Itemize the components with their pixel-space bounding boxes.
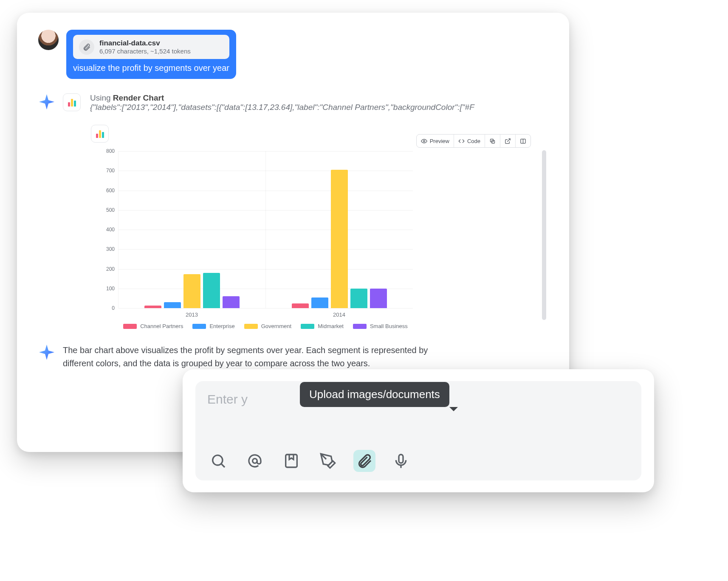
chart-x-axis: 20132014 <box>118 308 413 318</box>
attachment-meta: 6,097 characters, ~1,524 tokens <box>99 48 191 55</box>
assistant-star-icon <box>38 93 55 110</box>
chart-scrollbar[interactable] <box>542 150 546 320</box>
svg-line-7 <box>222 464 225 468</box>
paperclip-icon <box>79 39 94 55</box>
chart-bar <box>183 274 200 308</box>
chart-toolbar: Preview Code <box>416 134 531 148</box>
user-message-row: financial-data.csv 6,097 characters, ~1,… <box>38 30 548 79</box>
mention-button[interactable] <box>244 450 266 472</box>
legend-label: Enterprise <box>209 323 234 329</box>
legend-label: Midmarket <box>318 323 344 329</box>
tool-name: Render Chart <box>113 93 164 102</box>
legend-swatch <box>123 324 137 329</box>
legend-swatch <box>353 324 367 329</box>
svg-rect-10 <box>399 455 403 463</box>
input-toolbar <box>207 450 629 472</box>
user-avatar <box>38 30 59 50</box>
chart-bar <box>164 302 181 308</box>
message-input-surface[interactable]: Enter y Upload images/documents <box>195 381 641 480</box>
chart-bar <box>203 273 220 308</box>
split-view-button[interactable] <box>516 135 530 147</box>
code-label: Code <box>467 138 480 144</box>
user-message-text: visualize the profit by segments over ye… <box>73 63 229 73</box>
chart-bar <box>370 289 387 308</box>
microphone-button[interactable] <box>390 450 412 472</box>
copy-button[interactable] <box>485 135 500 147</box>
open-external-button[interactable] <box>500 135 516 147</box>
chart-y-axis: 8007006005004003002001000 <box>99 151 118 308</box>
assistant-star-icon <box>38 344 55 361</box>
svg-point-0 <box>423 140 425 142</box>
chart-bar <box>223 296 240 308</box>
legend-swatch <box>301 324 314 329</box>
legend-label: Small Business <box>370 323 408 329</box>
legend-swatch <box>244 324 258 329</box>
attachment-filename: financial-data.csv <box>99 39 191 48</box>
chart-bar <box>292 303 309 308</box>
chart-area: 8007006005004003002001000 20132014 Chann… <box>99 151 413 329</box>
chart-bar <box>350 289 367 308</box>
svg-line-3 <box>507 138 510 141</box>
upload-attachment-button[interactable] <box>353 450 375 472</box>
user-bubble: financial-data.csv 6,097 characters, ~1,… <box>66 30 236 79</box>
chart-plot-zone <box>118 151 413 308</box>
assistant-response-row: The bar chart above visualizes the profi… <box>38 344 548 370</box>
tool-using-line: Using Render Chart <box>90 93 548 103</box>
bar-chart-icon <box>96 129 104 138</box>
message-input-card: Enter y Upload images/documents <box>183 369 654 492</box>
upload-tooltip: Upload images/documents <box>300 382 449 407</box>
legend-label: Channel Partners <box>140 323 183 329</box>
legend-item[interactable]: Government <box>244 323 292 329</box>
microphone-icon <box>392 452 409 469</box>
x-tick-label: 2014 <box>265 308 413 318</box>
assistant-response-text: The bar chart above visualizes the profi… <box>63 344 445 370</box>
legend-item[interactable]: Small Business <box>353 323 408 329</box>
assistant-tool-row: Using Render Chart {"labels":["2013","20… <box>38 93 548 112</box>
search-button[interactable] <box>207 450 229 472</box>
tool-json-preview: {"labels":["2013","2014"],"datasets":[{"… <box>90 103 548 112</box>
attachment-chip[interactable]: financial-data.csv 6,097 characters, ~1,… <box>73 35 229 59</box>
bookmark-button[interactable] <box>280 450 302 472</box>
legend-swatch <box>192 324 206 329</box>
x-tick-label: 2013 <box>118 308 265 318</box>
search-icon <box>210 452 227 469</box>
chart-section: Preview Code 8007006005004003002001000 <box>91 125 548 329</box>
svg-rect-9 <box>286 455 297 467</box>
legend-item[interactable]: Midmarket <box>301 323 344 329</box>
chart-bar-group <box>266 151 413 308</box>
code-button[interactable]: Code <box>454 135 485 147</box>
chart-bar <box>311 298 328 308</box>
bookmark-icon <box>283 452 300 469</box>
legend-item[interactable]: Enterprise <box>192 323 234 329</box>
chart-legend: Channel PartnersEnterpriseGovernmentMidm… <box>118 323 413 329</box>
at-sign-icon <box>246 452 263 469</box>
chart-bar <box>144 306 161 308</box>
pen-nib-icon <box>319 452 336 469</box>
preview-button[interactable]: Preview <box>417 135 454 147</box>
chart-bar-group <box>119 151 266 308</box>
paperclip-icon <box>356 452 373 469</box>
bar-chart-icon <box>68 98 76 107</box>
chart-type-badge <box>91 125 109 143</box>
tool-using-prefix: Using <box>90 93 113 102</box>
pen-button[interactable] <box>317 450 339 472</box>
svg-point-6 <box>213 455 223 465</box>
preview-label: Preview <box>430 138 449 144</box>
chart-bar <box>331 170 348 308</box>
legend-label: Government <box>261 323 292 329</box>
tool-badge <box>63 93 81 111</box>
legend-item[interactable]: Channel Partners <box>123 323 183 329</box>
